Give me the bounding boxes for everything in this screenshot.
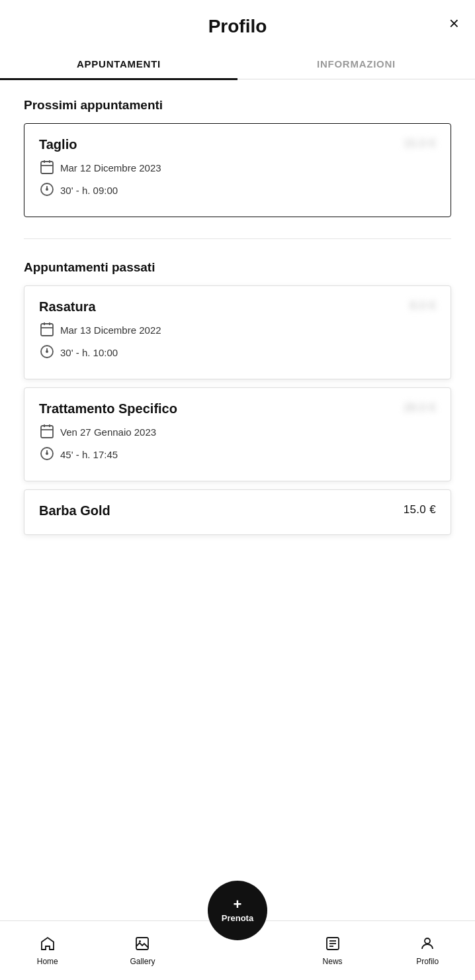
calendar-icon <box>39 321 55 339</box>
profilo-icon <box>419 936 435 954</box>
tab-informazioni[interactable]: INFORMAZIONI <box>238 48 475 79</box>
close-button[interactable]: × <box>449 15 459 32</box>
calendar-icon <box>39 159 55 177</box>
news-icon <box>325 936 341 954</box>
svg-rect-14 <box>41 426 53 438</box>
svg-point-22 <box>139 940 141 942</box>
news-label: News <box>323 957 343 966</box>
past-appointment-card-2[interactable]: Trattamento Specifico 28.0 € Ven 27 Genn… <box>24 387 451 481</box>
date-text: Mar 12 Dicembre 2023 <box>60 162 161 173</box>
appointment-date: Ven 27 Gennaio 2023 <box>39 423 436 441</box>
appointment-date: Mar 12 Dicembre 2023 <box>39 159 436 177</box>
price: 15.0 € <box>404 503 436 516</box>
svg-rect-7 <box>41 324 53 336</box>
card-header: Rasatura 8.0 € <box>39 299 436 315</box>
appointment-time: 30' - h. 09:00 <box>39 181 436 199</box>
price-blurred: 15.0 € <box>404 137 436 150</box>
svg-rect-0 <box>41 162 53 173</box>
page-title: Profilo <box>208 16 267 37</box>
clock-icon <box>39 181 55 199</box>
duration-time-text: 30' - h. 10:00 <box>60 347 118 358</box>
duration-time-text: 30' - h. 09:00 <box>60 185 118 196</box>
nav-profilo[interactable]: Profilo <box>380 936 475 966</box>
nav-news[interactable]: News <box>285 936 380 966</box>
past-section-title: Appuntamenti passati <box>24 260 451 275</box>
card-header: Barba Gold 15.0 € <box>39 503 436 518</box>
section-divider <box>24 238 451 239</box>
appointment-time: 30' - h. 10:00 <box>39 344 436 362</box>
past-appointment-card-1[interactable]: Rasatura 8.0 € Mar 13 Dicembre 2022 30' … <box>24 285 451 379</box>
nav-gallery[interactable]: Gallery <box>95 936 191 966</box>
upcoming-section-title: Prossimi appuntamenti <box>24 98 451 113</box>
card-header: Trattamento Specifico 28.0 € <box>39 401 436 416</box>
svg-rect-21 <box>136 938 148 950</box>
nav-home[interactable]: Home <box>0 936 95 966</box>
home-icon <box>40 936 56 954</box>
duration-time-text: 45' - h. 17:45 <box>60 449 118 460</box>
card-header: Taglio 15.0 € <box>39 137 436 152</box>
date-text: Ven 27 Gennaio 2023 <box>60 426 156 438</box>
service-name: Barba Gold <box>39 503 110 518</box>
appointment-time: 45' - h. 17:45 <box>39 446 436 464</box>
clock-icon <box>39 446 55 464</box>
tab-bar: APPUNTAMENTI INFORMAZIONI <box>0 48 475 79</box>
content-area: Prossimi appuntamenti Taglio 15.0 € Mar … <box>0 79 475 649</box>
home-label: Home <box>37 957 58 966</box>
clock-icon <box>39 344 55 362</box>
profilo-label: Profilo <box>416 957 439 966</box>
past-appointment-card-3[interactable]: Barba Gold 15.0 € <box>24 489 451 535</box>
gallery-label: Gallery <box>130 957 155 966</box>
service-name: Trattamento Specifico <box>39 401 177 416</box>
gallery-icon <box>134 936 150 954</box>
upcoming-appointment-card[interactable]: Taglio 15.0 € Mar 12 Dicembre 2023 30' -… <box>24 123 451 217</box>
prenota-button[interactable]: + Prenota <box>208 881 267 940</box>
price-blurred: 28.0 € <box>404 401 436 415</box>
prenota-plus-icon: + <box>234 897 242 912</box>
prenota-label: Prenota <box>222 913 253 923</box>
nav-prenota: + Prenota <box>190 950 285 952</box>
calendar-icon <box>39 423 55 441</box>
service-name: Rasatura <box>39 299 96 315</box>
tab-appuntamenti[interactable]: APPUNTAMENTI <box>0 48 238 79</box>
price-blurred: 8.0 € <box>410 299 436 313</box>
appointment-date: Mar 13 Dicembre 2022 <box>39 321 436 339</box>
service-name: Taglio <box>39 137 77 152</box>
header: Profilo × <box>0 0 475 48</box>
svg-point-27 <box>425 938 430 944</box>
bottom-nav: Home Gallery + Prenota News Profilo <box>0 920 475 980</box>
date-text: Mar 13 Dicembre 2022 <box>60 324 161 336</box>
